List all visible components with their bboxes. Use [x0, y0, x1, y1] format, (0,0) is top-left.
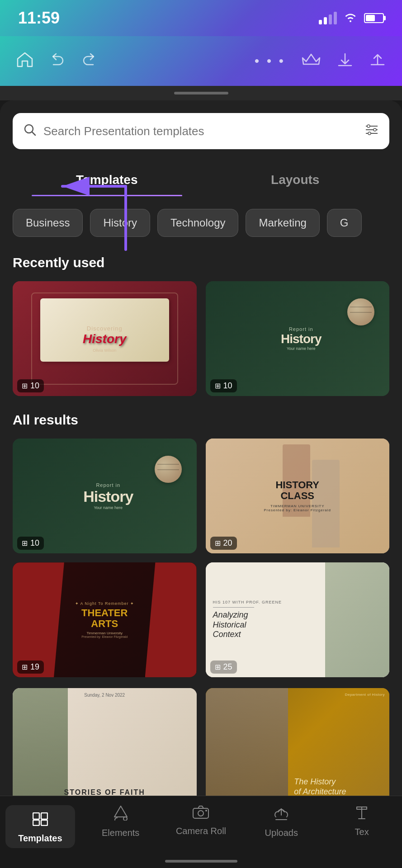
- page-icon-5: ⊞: [22, 663, 28, 671]
- card-author: Olivia Wilson: [83, 348, 126, 353]
- page-count-1: ⊞ 10: [17, 379, 44, 392]
- page-count-4: ⊞ 20: [210, 537, 237, 550]
- search-icon: [24, 123, 36, 139]
- chip-history[interactable]: History: [90, 209, 150, 237]
- analyzing-title: AnalyzingHistoricalContext: [213, 610, 282, 640]
- card-report-label: Report in: [281, 326, 321, 332]
- templates-nav-label: Templates: [18, 833, 62, 844]
- tab-layouts[interactable]: Layouts: [201, 164, 390, 196]
- template-card-stories-faith[interactable]: Sunday, 2 Nov 2022 STORIES OF FAITH: [13, 688, 197, 803]
- search-bar[interactable]: [13, 113, 389, 149]
- analyzing-divider: [213, 607, 255, 608]
- nav-item-uploads[interactable]: Uploads: [241, 805, 322, 838]
- card-report-label-2: Report in: [83, 482, 133, 488]
- bottom-row: Sunday, 2 Nov 2022 STORIES OF FAITH Depa…: [13, 688, 389, 803]
- top-nav: • • •: [0, 36, 402, 86]
- svg-point-4: [367, 125, 370, 127]
- home-indicator: [165, 860, 237, 863]
- stories-title: STORIES OF FAITH: [64, 788, 145, 797]
- svg-point-5: [374, 128, 376, 131]
- template-card-discovering-history[interactable]: Discovering History Olivia Wilson ⊞ 10: [13, 281, 197, 396]
- card-name-placeholder: Your name here: [281, 346, 321, 351]
- arch-title: The Historyof Architecture: [294, 777, 346, 797]
- curtain-left: [13, 562, 64, 677]
- home-icon[interactable]: [16, 51, 33, 71]
- analyzing-course: HIS 107 WITH PROF. GREENE: [213, 600, 282, 604]
- svg-point-15: [205, 810, 207, 811]
- signal-icon: [319, 12, 337, 24]
- page-icon-3: ⊞: [22, 539, 28, 547]
- camera-nav-icon: [192, 805, 209, 822]
- hc-university: TIMMERMAN UNIVERSITYPresented by: Eleano…: [264, 504, 331, 512]
- chip-business[interactable]: Business: [13, 209, 83, 237]
- main-panel: Templates Layouts Business History Techn…: [0, 100, 402, 824]
- camera-nav-label: Camera Roll: [176, 826, 226, 836]
- filter-icon[interactable]: [365, 124, 378, 139]
- svg-rect-8: [33, 813, 39, 819]
- card-discovering-label: Discovering: [83, 325, 126, 332]
- text-nav-icon: [355, 805, 369, 823]
- template-card-architecture[interactable]: Department of History The Historyof Arch…: [206, 688, 390, 803]
- chip-marketing[interactable]: Marketing: [246, 209, 319, 237]
- search-input[interactable]: [43, 124, 358, 138]
- more-icon[interactable]: • • •: [255, 53, 285, 69]
- page-count-5: ⊞ 19: [17, 660, 44, 674]
- page-icon-6: ⊞: [215, 663, 221, 671]
- all-results-grid: Report in History Your name here ⊞ 10 HI…: [13, 439, 389, 677]
- drag-handle-bar: [0, 86, 402, 100]
- hc-title: HISTORYCLASS: [264, 480, 331, 501]
- chip-technology[interactable]: Technology: [157, 209, 238, 237]
- battery-icon: [364, 13, 384, 23]
- nav-item-elements[interactable]: Elements: [80, 805, 161, 838]
- tabs: Templates Layouts: [13, 164, 389, 196]
- status-time: 11:59: [18, 9, 60, 28]
- crown-icon[interactable]: [302, 53, 321, 69]
- page-icon-2: ⊞: [215, 382, 221, 390]
- page-count-3: ⊞ 10: [17, 537, 44, 550]
- status-icons: [319, 11, 384, 25]
- theater-presenter: Presented by: Eleanor Fitzgerald: [75, 635, 134, 638]
- uploads-nav-icon: [273, 805, 289, 824]
- template-card-report-history-all[interactable]: Report in History Your name here ⊞ 10: [13, 439, 197, 553]
- stories-date: Sunday, 2 Nov 2022: [84, 693, 125, 698]
- template-card-history-class[interactable]: HISTORYCLASS TIMMERMAN UNIVERSITYPresent…: [206, 439, 390, 553]
- drag-handle: [174, 92, 228, 94]
- share-icon[interactable]: [369, 52, 386, 70]
- template-card-report-history-recent[interactable]: Report in History Your name here ⊞ 10: [206, 281, 390, 396]
- download-icon[interactable]: [337, 52, 353, 70]
- chip-g[interactable]: G: [327, 209, 362, 237]
- recently-used-grid: Discovering History Olivia Wilson ⊞ 10 R…: [13, 281, 389, 396]
- svg-rect-9: [41, 813, 47, 819]
- svg-point-14: [198, 811, 203, 816]
- card-history-title: History: [83, 332, 126, 346]
- nav-item-templates[interactable]: Templates: [0, 805, 80, 848]
- elements-nav-label: Elements: [102, 828, 139, 838]
- status-bar: 11:59: [0, 0, 402, 36]
- nav-item-camera-roll[interactable]: Camera Roll: [161, 805, 241, 836]
- text-nav-label: Tex: [355, 827, 369, 837]
- curtain-right: [145, 562, 197, 677]
- card-history-title-2: History: [83, 488, 133, 505]
- card-history-main-title: History: [281, 332, 321, 346]
- wifi-icon: [344, 11, 357, 25]
- card-name-2: Your name here: [83, 505, 133, 510]
- uploads-nav-label: Uploads: [265, 828, 298, 838]
- undo-icon[interactable]: [50, 52, 65, 70]
- nav-item-text[interactable]: Tex: [322, 805, 402, 837]
- redo-icon[interactable]: [81, 52, 97, 70]
- svg-rect-10: [33, 820, 39, 826]
- templates-nav-icon: [33, 812, 48, 830]
- theater-night-label: ✦ A Night To Remember ✦: [75, 601, 134, 606]
- nav-right: • • •: [255, 52, 386, 70]
- theater-university: Timmerman University: [75, 631, 134, 635]
- template-card-theater-arts[interactable]: ✦ A Night To Remember ✦ THEATERARTS Timm…: [13, 562, 197, 677]
- page-icon: ⊞: [22, 382, 28, 390]
- page-count-2: ⊞ 10: [210, 379, 237, 392]
- page-count-6: ⊞ 25: [210, 660, 237, 674]
- arch-dept: Department of History: [345, 693, 385, 697]
- template-card-analyzing[interactable]: HIS 107 WITH PROF. GREENE AnalyzingHisto…: [206, 562, 390, 677]
- all-results-title: All results: [13, 412, 389, 428]
- recently-used-title: Recently used: [13, 255, 389, 270]
- nav-left: [16, 51, 97, 71]
- tab-templates[interactable]: Templates: [13, 164, 201, 196]
